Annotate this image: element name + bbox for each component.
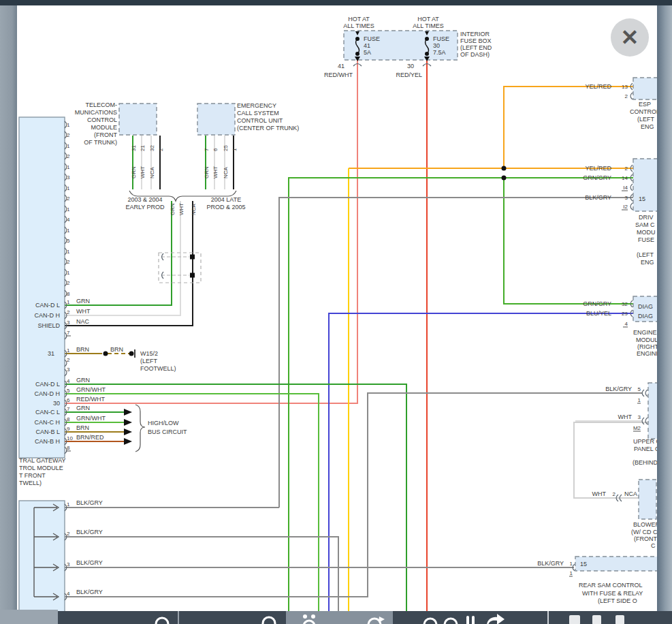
ground-label: (LEFT [140, 358, 158, 364]
gateway-module: 1 2 1 2 1 3 1 2 1 4 1 5 1 2 1 2 8 1 2 3 … [19, 117, 187, 486]
module-name: CONTROL UNIT [237, 117, 283, 124]
wire-label: GRN/WHT [76, 386, 106, 393]
left-frame-strip [0, 5, 17, 624]
module-name: (CENTER OF TRUNK) [237, 125, 299, 131]
wiring-diagram-viewer: HOT AT ALL TIMES HOT AT ALL TIMES FUSE 4… [0, 0, 672, 624]
prod-label: 2004 LATE [211, 196, 241, 203]
module-name: ENG [641, 123, 654, 130]
can-label: CAN-D H [35, 390, 61, 397]
can-label: SHIELD [37, 322, 60, 329]
wire-label: BLK/GRY [605, 386, 632, 392]
fuse-number: 41 [364, 42, 370, 49]
pin-number: 7 [67, 330, 70, 336]
can-label: CAN-C L [35, 409, 60, 416]
pin-number: 6 [212, 148, 219, 151]
connector-id: 15 [580, 561, 587, 567]
wire-label: GRN [76, 377, 90, 384]
wire-label: RED/YEL [396, 72, 422, 78]
module-name: CONTROL [87, 116, 117, 123]
esp-module: YEL/RED 13 2 ESP CONTROL (LEFT ENG [585, 78, 660, 130]
wire-label: NCA [223, 166, 229, 178]
pin-number: 8 [67, 445, 70, 451]
bus-circuit-label: BUS CIRCUIT [148, 428, 187, 435]
pin-number: 7 [204, 148, 210, 151]
thumbnail-icon[interactable] [569, 615, 580, 624]
fuse-number: 30 [433, 42, 440, 49]
can-label: CAN-B H [35, 438, 60, 445]
thumbnail-icon[interactable] [615, 615, 624, 624]
module-name: EMERGENCY [237, 102, 276, 109]
pin-number: 1 [638, 397, 641, 403]
module-name: PANEL C [634, 446, 660, 452]
module-name: (LEFT [637, 116, 655, 123]
wire-yel-red-esp [504, 87, 633, 168]
pin-ext: 31 [48, 350, 54, 357]
pin-number: 6 [67, 397, 70, 403]
wire-label: RED/WHT [76, 396, 105, 403]
arrow-right-icon [124, 419, 132, 426]
fusebox-title: OF DASH) [460, 51, 490, 58]
pin-number: I2 [623, 204, 628, 210]
module-name: MODU [637, 229, 656, 236]
wire-label: NAC [76, 318, 90, 325]
wire-label: GRN/GRY [583, 174, 611, 181]
pin-number: 4 [67, 378, 70, 384]
wire-label: BLK/GRY [537, 560, 564, 567]
wire-label: BRN [76, 424, 89, 431]
wire-label: BLK/GRY [76, 499, 103, 506]
wire-label: GRN [131, 166, 137, 178]
module-name: TRAL GATEWAY [19, 457, 66, 464]
wire-nca-pin3 [65, 201, 193, 326]
pin-number: 8 [67, 291, 70, 297]
wire-label: GRN [76, 405, 90, 411]
close-icon: ✕ [621, 27, 639, 48]
pin-number: 29 [622, 311, 628, 317]
pin-number: 1 [67, 143, 70, 149]
wire-label: WHT [618, 414, 633, 420]
pin-number: 3 [638, 414, 641, 420]
production-brace: 2003 & 2004 EARLY PROD 2004 LATE PROD & … [125, 191, 245, 215]
wire-label: BRN/RED [76, 434, 104, 441]
pin-number: 4 [67, 591, 70, 597]
wire-label: BLK/GRY [76, 529, 103, 535]
pin-number: 5 [638, 386, 641, 392]
hot-label: ALL TIMES [343, 22, 374, 29]
scrollbar-strip[interactable] [657, 5, 672, 624]
ground-label: W15/2 [140, 350, 158, 357]
module-name: BLOWER [633, 521, 660, 528]
wire-label: WHT [592, 490, 607, 497]
pin-number: 21 [140, 145, 146, 151]
connector-arc [353, 64, 431, 67]
pin-number: 7 [67, 406, 70, 412]
arrow-right-icon [124, 428, 132, 435]
fuse-box-section: HOT AT ALL TIMES HOT AT ALL TIMES FUSE 4… [324, 16, 492, 78]
gateway-module-2: 1 2 3 4 BLK/GRY BLK/GRY BLK/GRY BLK/GRY [19, 499, 103, 624]
module-name: REAR SAM CONTROL [579, 582, 643, 589]
pin-number: 2 [67, 280, 70, 286]
module-name: TROL MODULE [19, 465, 63, 471]
thumbnail-icon[interactable] [592, 615, 601, 624]
wire-label: BLK/GRY [585, 194, 611, 201]
module-name: (W/ CD C [631, 529, 658, 535]
fusebox-title: (LEFT END [460, 44, 492, 51]
close-button[interactable]: ✕ [611, 18, 649, 57]
can-label: CAN-D H [35, 312, 61, 319]
wire-label: WHT [212, 166, 219, 178]
wire-label: NCA [624, 490, 637, 497]
wire-grn-gry-main [289, 178, 633, 611]
pin-number: 32 [149, 145, 155, 151]
fuse-label: FUSE [364, 35, 380, 42]
module-name: TELECOM- [85, 102, 117, 108]
pin-number: 9 [67, 426, 70, 432]
module-name: (FRONT [634, 535, 657, 542]
arrow-right-icon [124, 409, 132, 416]
can-label: CAN-D L [35, 302, 60, 309]
connector-square [190, 255, 195, 260]
driver-sam-module: YEL/RED 2 GRN/GRY 14 I4 BLK/GRY 3 I2 15 … [583, 159, 658, 266]
pin-number: 1 [67, 249, 70, 255]
rear-sam-module: BLK/GRY 1 1 15 REAR SAM CONTROL WITH FUS… [537, 557, 658, 604]
can-label: CAN-C H [35, 419, 61, 426]
wire-label: RED/WHT [324, 72, 353, 78]
pin-number: 2 [158, 148, 164, 151]
engine-control-module: GRN/GRY 32 DIAG BLU/YEL 29 DIAG 4 ENGINE… [583, 296, 663, 357]
